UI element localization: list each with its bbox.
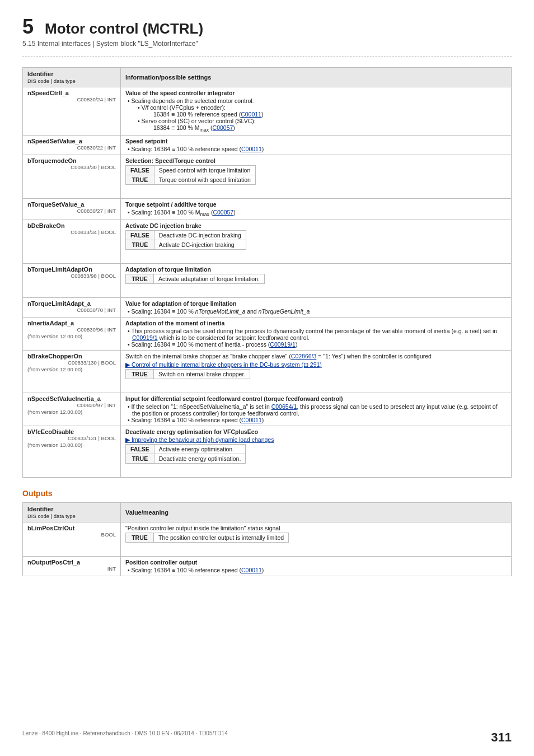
- identifier-cell: nOutputPosCtrl_aINT: [23, 557, 121, 576]
- info-cell: Value of the speed controller integrator…: [121, 87, 512, 136]
- chapter-title: Motor control (MCTRL): [45, 20, 203, 38]
- info-cell: Torque setpoint / additive torque • Scal…: [121, 199, 512, 220]
- info-cell: Deactivate energy optimisation for VFCpl…: [121, 426, 512, 478]
- identifier-cell: bLimPosCtrlOutBOOL: [23, 522, 121, 557]
- page-header: 5 Motor control (MCTRL): [22, 17, 512, 38]
- table-row: bDcBrakeOnC00833/34 | BOOLActivate DC in…: [23, 220, 512, 264]
- identifier-cell: nInertiaAdapt_aC00830/96 | INT(from vers…: [23, 318, 121, 351]
- col2-header: Information/possible settings: [121, 68, 512, 87]
- table-row: nInertiaAdapt_aC00830/96 | INT(from vers…: [23, 318, 512, 351]
- identifier-cell: bBrakeChopperOnC00833/130 | BOOL(from ve…: [23, 351, 121, 393]
- subchapter: 5.15 Internal interfaces | System block …: [22, 40, 512, 48]
- outputs-table: Identifier DIS code | data type Value/me…: [22, 502, 512, 576]
- identifier-cell: bVfcEcoDisableC00833/131 | BOOL(from ver…: [23, 426, 121, 478]
- info-cell: Selection: Speed/Torque controlFALSESpee…: [121, 155, 512, 199]
- table-row: bVfcEcoDisableC00833/131 | BOOL(from ver…: [23, 426, 512, 478]
- info-cell: Value for adaptation of torque limitatio…: [121, 298, 512, 318]
- identifier-cell: nTorqueLimitAdapt_aC00830/70 | INT: [23, 298, 121, 318]
- footer-left: Lenze · 8400 HighLine · Referenzhandbuch…: [22, 730, 228, 745]
- table-row: nSpeedSetValue_aC00830/22 | INTSpeed set…: [23, 136, 512, 155]
- identifier-cell: bTorqueLimitAdaptOnC00833/98 | BOOL: [23, 264, 121, 298]
- table-row: bLimPosCtrlOutBOOL"Position controller o…: [23, 522, 512, 557]
- info-cell: Switch on the internal brake chopper as …: [121, 351, 512, 393]
- identifier-cell: nSpeedSetValue_aC00830/22 | INT: [23, 136, 121, 155]
- info-cell: Position controller output • Scaling: 16…: [121, 557, 512, 576]
- info-cell: Input for differential setpoint feedforw…: [121, 393, 512, 426]
- identifier-cell: bDcBrakeOnC00833/34 | BOOL: [23, 220, 121, 264]
- chapter-number: 5: [22, 17, 34, 37]
- identifier-cell: nSpeedSetValueInertia_aC00830/97 | INT(f…: [23, 393, 121, 426]
- outputs-col1-header: Identifier DIS code | data type: [23, 503, 121, 522]
- info-cell: Activate DC injection brakeFALSEDeactiva…: [121, 220, 512, 264]
- col1-header: Identifier DIS code | data type: [23, 68, 121, 87]
- table-row: nTorqueSetValue_aC00830/27 | INTTorque s…: [23, 199, 512, 220]
- info-cell: Adaptation of torque limitationTRUEActiv…: [121, 264, 512, 298]
- info-cell: Speed setpoint • Scaling: 16384 ≡ 100 % …: [121, 136, 512, 155]
- info-cell: "Position controller output inside the l…: [121, 522, 512, 557]
- inputs-table: Identifier DIS code | data type Informat…: [22, 67, 512, 478]
- identifier-cell: bTorquemodeOnC00833/30 | BOOL: [23, 155, 121, 199]
- section-divider: [22, 57, 512, 57]
- page-footer: Lenze · 8400 HighLine · Referenzhandbuch…: [0, 730, 534, 745]
- table-row: nSpeedCtrlI_aC00830/24 | INTValue of the…: [23, 87, 512, 136]
- outputs-section-header: Outputs: [22, 489, 512, 498]
- table-row: bBrakeChopperOnC00833/130 | BOOL(from ve…: [23, 351, 512, 393]
- identifier-cell: nTorqueSetValue_aC00830/27 | INT: [23, 199, 121, 220]
- info-cell: Adaptation of the moment of inertia • Th…: [121, 318, 512, 351]
- identifier-cell: nSpeedCtrlI_aC00830/24 | INT: [23, 87, 121, 136]
- table-row: nTorqueLimitAdapt_aC00830/70 | INTValue …: [23, 298, 512, 318]
- table-row: bTorqueLimitAdaptOnC00833/98 | BOOLAdapt…: [23, 264, 512, 298]
- outputs-col2-header: Value/meaning: [121, 503, 512, 522]
- table-row: bTorquemodeOnC00833/30 | BOOLSelection: …: [23, 155, 512, 199]
- table-row: nOutputPosCtrl_aINTPosition controller o…: [23, 557, 512, 576]
- footer-right: 311: [491, 730, 512, 745]
- table-row: nSpeedSetValueInertia_aC00830/97 | INT(f…: [23, 393, 512, 426]
